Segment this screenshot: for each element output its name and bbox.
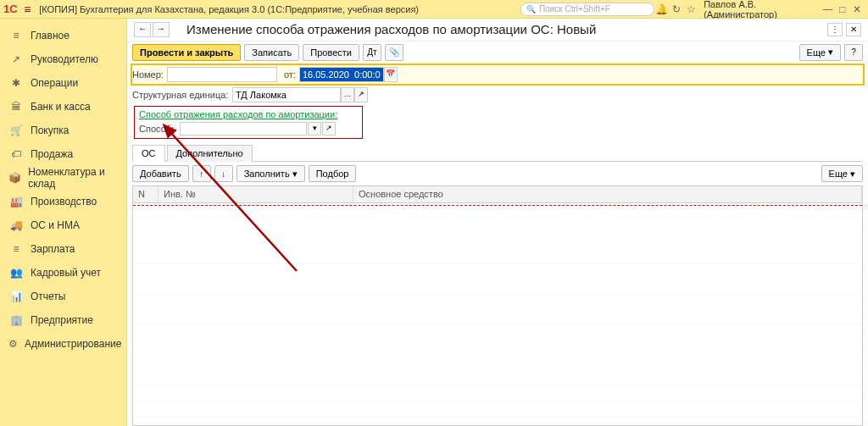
sidebar-item-13[interactable]: ⚙Администрирование — [0, 332, 126, 356]
table-empty-line — [133, 205, 862, 206]
dtct-icon[interactable]: Дт — [363, 44, 381, 61]
search-input[interactable]: 🔍 Поиск Ctrl+Shift+F — [520, 3, 654, 16]
search-icon: 🔍 — [526, 5, 536, 14]
main-area: ← → Изменение способа отражения расходов… — [127, 19, 868, 426]
org-row: Структурная единица: … ↗ — [132, 86, 863, 104]
menu-dots-icon[interactable]: ⋮ — [827, 23, 843, 36]
col-n[interactable]: N — [133, 186, 159, 202]
sidebar-item-12[interactable]: 🏢Предприятие — [0, 308, 126, 332]
sidebar-label: Отчеты — [31, 290, 65, 302]
tab-os[interactable]: ОС — [132, 145, 165, 162]
sidebar-label: Главное — [31, 30, 70, 41]
org-label: Структурная единица: — [132, 90, 232, 100]
sidebar-item-2[interactable]: ✱Операции — [0, 71, 126, 95]
sidebar-item-7[interactable]: 🏭Производство — [0, 190, 126, 213]
post-button[interactable]: Провести — [303, 44, 359, 61]
titlebar: 1C ≡ [КОПИЯ] Бухгалтерия для Казахстана,… — [0, 0, 868, 19]
tab-bar: ОС Дополнительно — [132, 144, 863, 162]
sidebar-icon: 🚚 — [8, 219, 24, 231]
col-os[interactable]: Основное средство — [353, 186, 862, 202]
sidebar-label: Операции — [31, 77, 78, 89]
sidebar-item-1[interactable]: ↗Руководителю — [0, 47, 126, 71]
sidebar-item-9[interactable]: ≡Зарплата — [0, 237, 126, 261]
star-icon[interactable]: ☆ — [684, 3, 698, 15]
sidebar-icon: 📊 — [8, 290, 24, 302]
method-input[interactable] — [180, 122, 307, 136]
save-button[interactable]: Записать — [244, 44, 299, 61]
sidebar-item-0[interactable]: ≡Главное — [0, 24, 126, 47]
sidebar-icon: 📦 — [8, 172, 21, 184]
sidebar-icon: 🏛 — [8, 101, 24, 113]
method-open-icon[interactable]: ↗ — [322, 122, 336, 136]
nav-back-button[interactable]: ← — [134, 22, 151, 37]
table-toolbar: Добавить ↑ ↓ Заполнить ▾ Подбор Еще ▾ — [127, 162, 868, 185]
sidebar-item-10[interactable]: 👥Кадровый учет — [0, 261, 126, 285]
number-input[interactable] — [167, 67, 277, 82]
table-body[interactable] — [133, 203, 862, 426]
history-icon[interactable]: ↻ — [669, 3, 683, 15]
org-input[interactable] — [232, 87, 341, 102]
sidebar-icon: ✱ — [8, 77, 24, 89]
app-logo: 1C — [3, 3, 18, 15]
sidebar-item-11[interactable]: 📊Отчеты — [0, 285, 126, 308]
os-table[interactable]: N Инв. № Основное средство — [132, 185, 863, 426]
close-doc-icon[interactable]: ✕ — [846, 23, 861, 36]
sidebar-item-3[interactable]: 🏛Банк и касса — [0, 95, 126, 119]
from-label: от: — [284, 69, 296, 80]
sidebar-icon: 🏭 — [8, 196, 24, 207]
tab-extra[interactable]: Дополнительно — [167, 145, 253, 162]
sidebar-icon: 🛒 — [8, 124, 24, 136]
nav-fwd-button[interactable]: → — [153, 22, 170, 37]
sidebar-icon: ≡ — [8, 243, 24, 255]
command-bar: Провести и закрыть Записать Провести Дт … — [127, 41, 868, 64]
pick-button[interactable]: Подбор — [309, 165, 357, 182]
calendar-icon[interactable]: 📅 — [384, 67, 398, 82]
sidebar-label: Администрирование — [25, 338, 121, 350]
date-input[interactable] — [299, 67, 384, 82]
minimize-icon[interactable]: — — [821, 3, 835, 15]
sidebar-item-4[interactable]: 🛒Покупка — [0, 119, 126, 142]
method-dropdown-icon[interactable]: ▾ — [308, 122, 321, 136]
method-group: Способ отражения расходов по амортизации… — [134, 106, 363, 139]
org-open-icon[interactable]: ↗ — [354, 87, 368, 102]
attach-icon[interactable]: 📎 — [385, 44, 403, 61]
add-button[interactable]: Добавить — [132, 165, 189, 182]
fill-button[interactable]: Заполнить ▾ — [236, 165, 305, 182]
sidebar-icon: 🏷 — [8, 148, 24, 160]
col-inv[interactable]: Инв. № — [159, 186, 353, 202]
post-and-close-button[interactable]: Провести и закрыть — [132, 44, 241, 61]
sidebar-item-6[interactable]: 📦Номенклатура и склад — [0, 166, 126, 190]
table-more-button[interactable]: Еще ▾ — [821, 165, 863, 182]
menu-icon[interactable]: ≡ — [21, 3, 35, 16]
close-icon[interactable]: ✕ — [850, 3, 865, 15]
more-button[interactable]: Еще ▾ — [799, 44, 841, 61]
sidebar-label: Номенклатура и склад — [28, 166, 118, 190]
method-label: Способ: — [139, 124, 180, 134]
sidebar-item-5[interactable]: 🏷Продажа — [0, 142, 126, 166]
help-button[interactable]: ? — [844, 44, 863, 61]
move-up-icon[interactable]: ↑ — [192, 165, 211, 182]
sidebar-icon: ↗ — [8, 53, 24, 65]
user-label[interactable]: Павлов А.В. (Администратор) — [704, 0, 815, 19]
sidebar-label: Кадровый учет — [31, 267, 101, 279]
search-placeholder: Поиск Ctrl+Shift+F — [539, 4, 610, 14]
page-title: Изменение способа отражения расходов по … — [186, 22, 596, 36]
org-select-icon[interactable]: … — [341, 87, 354, 102]
sidebar-label: Зарплата — [31, 243, 75, 255]
number-label: Номер: — [132, 69, 164, 80]
sidebar-label: Руководителю — [31, 53, 98, 65]
sidebar-label: Банк и касса — [31, 101, 91, 113]
sidebar-label: Предприятие — [31, 314, 93, 326]
bell-icon[interactable]: 🔔 — [654, 3, 669, 15]
app-title: [КОПИЯ] Бухгалтерия для Казахстана, реда… — [39, 4, 419, 14]
sidebar-label: Покупка — [31, 124, 69, 136]
sidebar-icon: 👥 — [8, 267, 24, 279]
sidebar-label: Продажа — [31, 148, 73, 160]
method-heading[interactable]: Способ отражения расходов по амортизации… — [139, 109, 358, 119]
sidebar-item-8[interactable]: 🚚ОС и НМА — [0, 213, 126, 237]
move-down-icon[interactable]: ↓ — [214, 165, 233, 182]
sidebar-label: Производство — [31, 196, 97, 207]
sidebar-icon: 🏢 — [8, 314, 24, 326]
maximize-icon[interactable]: □ — [835, 3, 849, 15]
sidebar-icon: ⚙ — [8, 338, 18, 350]
